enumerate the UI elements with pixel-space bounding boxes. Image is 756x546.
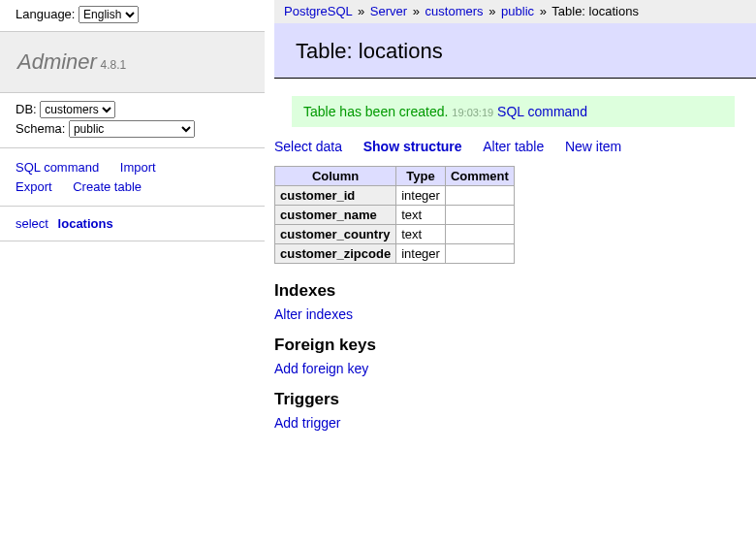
column-type: text xyxy=(396,225,446,244)
db-select[interactable]: customers xyxy=(40,101,115,118)
db-label: DB: xyxy=(16,102,37,116)
crumb-sep: » xyxy=(487,4,497,18)
table-row: customer_zipcodeinteger xyxy=(275,244,515,264)
column-comment xyxy=(445,186,514,206)
tab-new-item[interactable]: New item xyxy=(565,139,621,154)
db-schema-block: DB: customers Schema: public xyxy=(0,93,265,148)
alter-indexes-link[interactable]: Alter indexes xyxy=(274,306,353,322)
app-name: Adminer xyxy=(17,49,97,74)
nav-export[interactable]: Export xyxy=(16,177,52,197)
tables-list: select locations xyxy=(0,207,265,241)
message-time: 19:03:19 xyxy=(452,107,493,118)
nav-create-table[interactable]: Create table xyxy=(73,177,142,197)
table-row: customer_countrytext xyxy=(275,225,515,244)
nav-links: SQL command Import Export Create table xyxy=(0,148,265,207)
column-comment xyxy=(445,225,514,244)
table-row: customer_nametext xyxy=(275,206,515,225)
crumb-schema[interactable]: public xyxy=(501,4,534,18)
crumb-sep: » xyxy=(356,4,366,18)
column-type: integer xyxy=(396,244,446,264)
add-foreign-key-link[interactable]: Add foreign key xyxy=(274,361,368,376)
column-comment xyxy=(445,206,514,225)
sidebar: Language: English Adminer 4.8.1 DB: cust… xyxy=(0,0,265,241)
schema-select[interactable]: public xyxy=(69,120,195,138)
main-content: PostgreSQL » Server » customers » public… xyxy=(274,0,756,431)
section-indexes: Indexes xyxy=(274,281,756,301)
tab-alter-table[interactable]: Alter table xyxy=(483,139,544,154)
tab-show-structure[interactable]: Show structure xyxy=(363,139,462,154)
logo-block: Adminer 4.8.1 xyxy=(0,32,265,93)
column-name: customer_name xyxy=(275,206,396,225)
nav-sql-command[interactable]: SQL command xyxy=(16,158,99,177)
crumb-sep: » xyxy=(411,4,422,18)
col-header-type: Type xyxy=(396,167,446,186)
section-foreign-keys: Foreign keys xyxy=(274,336,756,355)
success-message: Table has been created. 19:03:19 SQL com… xyxy=(292,96,735,127)
column-name: customer_id xyxy=(275,186,396,206)
language-label: Language: xyxy=(16,7,75,21)
message-text: Table has been created. xyxy=(303,104,448,119)
section-triggers: Triggers xyxy=(274,390,756,409)
column-name: customer_zipcode xyxy=(275,244,396,264)
add-trigger-link[interactable]: Add trigger xyxy=(274,415,340,431)
column-type: integer xyxy=(396,186,446,206)
language-bar: Language: English xyxy=(0,0,265,32)
breadcrumb: PostgreSQL » Server » customers » public… xyxy=(274,0,756,23)
table-row: customer_idinteger xyxy=(275,186,515,206)
crumb-db[interactable]: customers xyxy=(425,4,484,18)
col-header-column: Column xyxy=(275,167,396,186)
nav-import[interactable]: Import xyxy=(120,158,156,177)
crumb-sep: » xyxy=(538,4,549,18)
tab-select-data[interactable]: Select data xyxy=(274,139,342,154)
page-title: Table: locations xyxy=(274,23,756,79)
schema-label: Schema: xyxy=(16,121,65,136)
message-sql-link[interactable]: SQL command xyxy=(497,104,587,119)
column-name: customer_country xyxy=(275,225,396,244)
select-link[interactable]: select xyxy=(16,216,48,231)
crumb-server[interactable]: Server xyxy=(370,4,407,18)
columns-table: Column Type Comment customer_idintegercu… xyxy=(274,166,515,264)
column-type: text xyxy=(396,206,446,225)
app-version: 4.8.1 xyxy=(101,58,127,72)
column-comment xyxy=(445,244,514,264)
table-tabs: Select data Show structure Alter table N… xyxy=(274,139,756,162)
table-link-locations[interactable]: locations xyxy=(58,216,113,231)
col-header-comment: Comment xyxy=(445,167,514,186)
crumb-current: Table: locations xyxy=(551,4,639,18)
crumb-postgresql[interactable]: PostgreSQL xyxy=(284,4,352,18)
language-select[interactable]: English xyxy=(79,6,139,23)
